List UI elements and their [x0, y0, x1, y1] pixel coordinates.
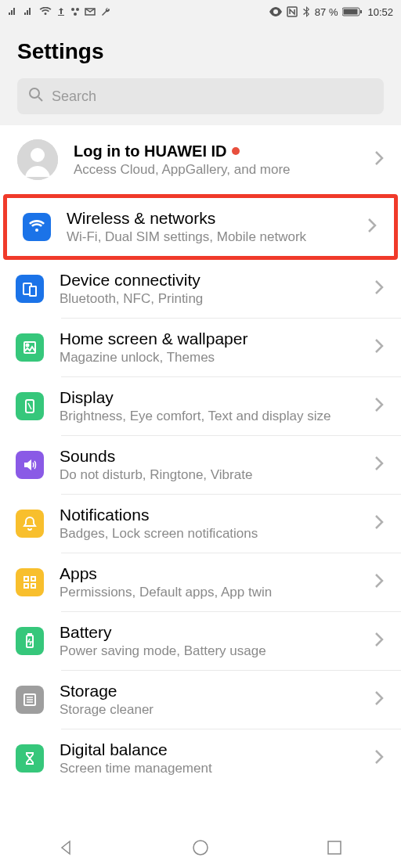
notification-dot-icon — [232, 147, 240, 155]
item-subtitle: Brightness, Eye comfort, Text and displa… — [60, 409, 359, 424]
item-title: Home screen & wallpaper — [60, 330, 359, 348]
battery-icon — [16, 627, 44, 655]
settings-item-home-screen[interactable]: Home screen & wallpaper Magazine unlock,… — [0, 319, 401, 376]
settings-item-notifications[interactable]: Notifications Badges, Lock screen notifi… — [0, 495, 401, 553]
battery-percent: 87 % — [315, 6, 338, 18]
status-bar: 87 % 10:52 — [0, 0, 401, 23]
hourglass-icon — [16, 744, 44, 773]
wifi-icon — [39, 7, 52, 16]
item-title: Sounds — [60, 447, 359, 466]
item-subtitle: Badges, Lock screen notifications — [60, 526, 359, 542]
item-subtitle: Storage cleaner — [60, 702, 359, 718]
chevron-right-icon — [374, 690, 384, 709]
apps-icon — [16, 568, 44, 596]
settings-item-device-connectivity[interactable]: Device connectivity Bluetooth, NFC, Prin… — [0, 260, 401, 318]
sound-icon — [16, 451, 44, 479]
bell-icon — [16, 510, 44, 538]
signal-icon — [8, 7, 19, 16]
item-title: Battery — [60, 623, 359, 642]
svg-rect-17 — [24, 577, 28, 581]
display-icon — [16, 392, 44, 420]
svg-point-15 — [27, 344, 29, 347]
item-title: Notifications — [60, 506, 359, 524]
clock-time: 10:52 — [367, 6, 393, 18]
svg-rect-20 — [31, 584, 35, 588]
item-subtitle: Bluetooth, NFC, Printing — [60, 291, 359, 307]
status-right: 87 % 10:52 — [269, 6, 393, 18]
svg-rect-6 — [344, 9, 358, 15]
profile-row[interactable]: Log in to HUAWEI ID Access Cloud, AppGal… — [0, 125, 401, 194]
nav-back-button[interactable] — [55, 836, 78, 859]
settings-item-wireless-networks[interactable]: Wireless & networks Wi-Fi, Dual SIM sett… — [7, 198, 394, 256]
item-title: Display — [60, 388, 359, 407]
svg-point-24 — [193, 841, 208, 855]
chevron-right-icon — [374, 279, 384, 298]
status-left — [8, 6, 111, 17]
item-title: Apps — [60, 564, 359, 583]
eye-icon — [269, 7, 282, 16]
item-subtitle: Wi-Fi, Dual SIM settings, Mobile network — [67, 229, 352, 245]
item-title: Device connectivity — [60, 271, 359, 290]
item-title: Storage — [60, 682, 359, 701]
wrench-icon — [100, 6, 111, 17]
chevron-right-icon — [374, 338, 384, 357]
sync-icon — [70, 7, 80, 16]
item-subtitle: Do not disturb, Ringtone, Vibrate — [60, 467, 359, 483]
settings-item-battery[interactable]: Battery Power saving mode, Battery usage — [0, 612, 401, 670]
item-title: Wireless & networks — [67, 209, 352, 228]
svg-rect-22 — [28, 634, 31, 636]
chevron-right-icon — [374, 514, 384, 533]
highlight-wireless-networks: Wireless & networks Wi-Fi, Dual SIM sett… — [3, 194, 398, 260]
chevron-right-icon — [374, 632, 384, 650]
item-subtitle: Screen time management — [60, 761, 359, 776]
mail-icon — [85, 7, 96, 16]
svg-point-10 — [31, 148, 45, 162]
search-placeholder: Search — [52, 88, 96, 105]
search-icon — [28, 87, 44, 106]
svg-rect-18 — [31, 577, 35, 581]
svg-point-8 — [30, 88, 39, 98]
item-title: Digital balance — [60, 740, 359, 759]
header: Settings — [0, 23, 401, 78]
signal-icon-2 — [23, 7, 34, 16]
settings-list: Device connectivity Bluetooth, NFC, Prin… — [0, 260, 401, 787]
profile-subtitle: Access Cloud, AppGallery, and more — [74, 162, 359, 178]
svg-rect-12 — [30, 286, 36, 296]
svg-rect-25 — [328, 841, 341, 854]
settings-item-display[interactable]: Display Brightness, Eye comfort, Text an… — [0, 377, 401, 435]
item-subtitle: Permissions, Default apps, App twin — [60, 585, 359, 600]
chevron-right-icon — [374, 456, 384, 474]
settings-item-apps[interactable]: Apps Permissions, Default apps, App twin — [0, 553, 401, 611]
search-container: Search — [0, 78, 401, 125]
avatar — [17, 139, 58, 180]
chevron-right-icon — [374, 749, 384, 768]
chevron-right-icon — [367, 218, 377, 236]
bluetooth-icon — [302, 6, 310, 17]
svg-rect-19 — [24, 584, 28, 588]
device-connectivity-icon — [16, 275, 44, 303]
svg-point-1 — [76, 8, 79, 11]
svg-point-2 — [74, 13, 77, 16]
nfc-icon — [287, 6, 298, 17]
chevron-right-icon — [374, 150, 384, 169]
svg-rect-7 — [360, 10, 362, 13]
settings-item-storage[interactable]: Storage Storage cleaner — [0, 671, 401, 729]
settings-item-sounds[interactable]: Sounds Do not disturb, Ringtone, Vibrate — [0, 436, 401, 494]
item-subtitle: Magazine unlock, Themes — [60, 350, 359, 366]
wifi-box-icon — [23, 213, 51, 241]
svg-point-0 — [71, 8, 74, 11]
profile-title: Log in to HUAWEI ID — [74, 142, 227, 160]
nav-recent-button[interactable] — [323, 836, 346, 859]
settings-item-digital-balance[interactable]: Digital balance Screen time management — [0, 729, 401, 787]
page-title: Settings — [17, 39, 384, 64]
nav-home-button[interactable] — [189, 836, 212, 859]
search-input[interactable]: Search — [17, 78, 384, 114]
navigation-bar — [0, 827, 401, 868]
battery-icon — [342, 7, 363, 16]
storage-icon — [16, 686, 44, 714]
chevron-right-icon — [374, 397, 384, 416]
item-subtitle: Power saving mode, Battery usage — [60, 643, 359, 659]
chevron-right-icon — [374, 573, 384, 592]
wallpaper-icon — [16, 333, 44, 362]
upload-icon — [56, 7, 66, 16]
